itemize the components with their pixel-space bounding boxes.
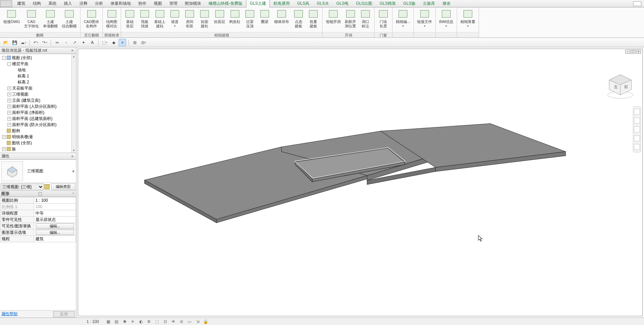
properties-header[interactable]: 属性 × <box>0 153 76 160</box>
tree-item[interactable]: -视图 (全部) <box>0 55 76 61</box>
viewport[interactable]: – □ × <box>76 47 644 318</box>
tree-item[interactable]: +面积平面 (净面积) <box>0 109 76 116</box>
lintel-len-button[interactable]: 门垛 长度 <box>376 8 391 29</box>
fine-qty-button[interactable]: 精细算量▼ <box>458 8 477 28</box>
vc-temp-hide-icon[interactable]: ⊘ <box>179 319 184 324</box>
thin-lines-icon[interactable]: ≡ <box>119 39 126 46</box>
app-menu-stub[interactable] <box>0 0 12 7</box>
scroll-up-icon[interactable]: ▴ <box>72 54 76 59</box>
nav-zoom-icon[interactable] <box>634 135 640 141</box>
prop-value[interactable] <box>34 197 76 204</box>
prop-value[interactable]: 编辑... <box>34 229 76 236</box>
hole-tag-button[interactable]: 洞口 标注 <box>358 8 373 29</box>
type-dropdown-icon[interactable]: ▾ <box>71 169 76 174</box>
tree-item[interactable]: +面积平面 (总建筑面积) <box>0 116 76 122</box>
tree-expander-icon[interactable]: + <box>7 117 11 121</box>
tree-expander-icon[interactable]: + <box>7 93 11 96</box>
menu-tab-注释[interactable]: 注释 <box>76 0 91 8</box>
vc-sun-path-icon[interactable]: ☀ <box>130 319 136 324</box>
pick-layer-button[interactable]: 拾面层 <box>212 8 227 25</box>
nav-wheel-icon[interactable] <box>634 118 640 124</box>
tj-multi-button[interactable]: 土建 综合翻模 <box>60 8 79 29</box>
vc-visual-style-icon[interactable]: ✱ <box>122 319 127 324</box>
properties-help-link[interactable]: 属性帮助 <box>0 311 18 317</box>
tree-item[interactable]: 标高 2 <box>0 79 76 85</box>
menu-tab-协作[interactable]: 协作 <box>135 0 150 8</box>
point-slab-button[interactable]: 点选 建板 <box>291 8 306 29</box>
vc-shadows-icon[interactable]: ◐ <box>138 319 144 324</box>
text-icon[interactable]: A <box>89 39 96 46</box>
menu-tab-橄榄山快模-免费版[interactable]: 橄榄山快模-免费版 <box>205 0 246 8</box>
base-pad-button[interactable]: 基础 垫层 <box>122 8 137 29</box>
menu-tab-GLS出图[interactable]: GLS出图 <box>352 0 376 8</box>
undo-icon[interactable]: ↶▾ <box>32 39 40 46</box>
prop-value[interactable]: 中等 <box>34 210 76 217</box>
link-dwg-button[interactable]: 链接DWG <box>1 8 22 25</box>
redo-icon[interactable]: ↷▾ <box>41 39 48 46</box>
refresh-hole-button[interactable]: 刷新开 洞位置 <box>343 8 358 29</box>
vc-model-graphics-icon[interactable]: ▦ <box>106 319 111 324</box>
menu-tab-分析[interactable]: 分析 <box>91 0 107 8</box>
cad-block-button[interactable]: CAD图块 生构件 <box>82 8 101 29</box>
slope-button[interactable]: 坡道▼ <box>167 8 182 28</box>
fine-edit-button[interactable]: 精细编...▼ <box>394 8 412 28</box>
view-scale[interactable]: 1 : 100 <box>87 319 99 324</box>
menu-tab-GLS电[interactable]: GLS电 <box>333 0 352 8</box>
tree-item[interactable]: +族 <box>0 146 76 152</box>
menu-tab-云族库[interactable]: 云族库 <box>419 0 439 8</box>
vc-crop-visible-icon[interactable]: ⊡ <box>163 319 168 324</box>
close-icon[interactable]: × <box>70 154 75 159</box>
close-icon[interactable]: × <box>70 48 75 53</box>
tree-expander-icon[interactable]: + <box>7 123 11 127</box>
tj-single-button[interactable]: 土建 单项翻模 <box>41 8 60 29</box>
model-compare-button[interactable]: 结构图 模对比 <box>104 8 119 29</box>
type-selector[interactable]: 三维视图 ▾ <box>0 160 76 183</box>
chevron-up-icon[interactable]: ⌃ <box>72 192 75 196</box>
switch-windows-icon[interactable]: ⊟▾ <box>140 39 147 46</box>
tree-item[interactable]: +面积平面 (人防分区面积) <box>0 103 76 109</box>
raft-slope-button[interactable]: 筏板 找坡 <box>137 8 152 29</box>
room-split-button[interactable]: 房间 初装 <box>182 8 197 29</box>
tree-expander-icon[interactable]: - <box>7 62 11 66</box>
nav-pan-icon[interactable] <box>634 126 640 132</box>
tree-expander-icon[interactable]: + <box>7 111 11 115</box>
tree-item[interactable]: +三维视图 <box>0 91 76 97</box>
menu-tab-GLS族[interactable]: GLS族 <box>400 0 419 8</box>
menu-tab-附加模块[interactable]: 附加模块 <box>181 0 205 8</box>
vc-analytical-icon[interactable]: ⇲ <box>195 319 200 324</box>
link-file-button[interactable]: 链接文件▼ <box>415 8 434 28</box>
vc-unhide-icon[interactable]: 👁 <box>171 319 176 324</box>
batch-slab-button[interactable]: 批量 建板 <box>306 8 321 29</box>
tree-item[interactable]: 图例 <box>0 128 76 134</box>
tree-expander-icon[interactable]: + <box>2 147 6 151</box>
brick-layout-button[interactable]: 砌体排布 <box>272 8 291 25</box>
menu-tab-修改[interactable]: 修改 <box>439 0 454 8</box>
tree-item[interactable]: -楼层平面 <box>0 61 76 67</box>
struct-col-button[interactable]: 构造柱 <box>227 8 242 25</box>
align-dd-icon[interactable]: ▾ <box>62 39 70 46</box>
nav-orbit-icon[interactable] <box>634 144 640 150</box>
menu-tab-GLS精装[interactable]: GLS精装 <box>376 0 400 8</box>
menu-tab-系统[interactable]: 系统 <box>45 0 60 8</box>
menu-tab-管理[interactable]: 管理 <box>166 0 181 8</box>
align-icon[interactable]: ⇔ <box>53 39 61 46</box>
viewport-inner[interactable]: – □ × <box>78 49 643 316</box>
tree-expander-icon[interactable]: + <box>7 105 11 108</box>
edit-button[interactable]: 编辑... <box>36 223 74 229</box>
instance-select[interactable]: 三维视图: {三维} <box>1 183 44 190</box>
apply-button[interactable]: 应用 <box>53 311 75 317</box>
base-build-button[interactable]: 基础上 建柱 <box>152 8 167 29</box>
menu-tab-结构[interactable]: 结构 <box>29 0 45 8</box>
menu-tab-插入[interactable]: 插入 <box>60 0 76 8</box>
tree-expander-icon[interactable]: + <box>2 135 6 139</box>
model-canvas[interactable] <box>78 49 642 316</box>
pick-floor-button[interactable]: 拾面 建柱 <box>197 8 212 29</box>
menu-tab-视图[interactable]: 视图 <box>150 0 166 8</box>
save-icon[interactable]: 💾 <box>11 39 18 46</box>
edit-button[interactable]: 编辑... <box>36 230 74 235</box>
prop-category-graphics[interactable]: 图形 ⌃ <box>0 191 76 197</box>
prop-value[interactable]: 建筑 <box>34 236 76 242</box>
tree-item[interactable]: +天花板平面 <box>0 85 76 91</box>
tree-item[interactable]: 场地 <box>0 67 76 73</box>
vc-crop-icon[interactable]: ⬚ <box>154 319 160 324</box>
